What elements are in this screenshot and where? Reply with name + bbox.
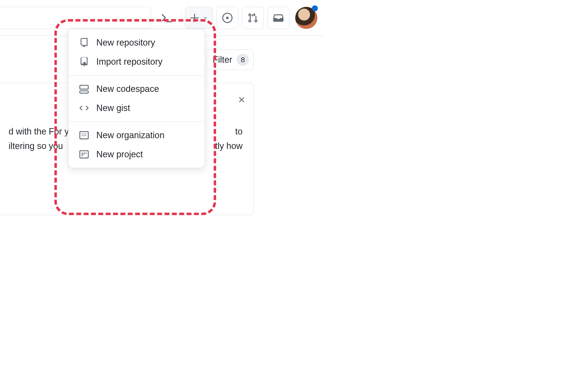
new-organization-item[interactable]: New organization <box>68 126 205 145</box>
filter-label: Filter <box>213 55 232 65</box>
new-codespace-item[interactable]: New codespace <box>68 79 205 98</box>
card-body-fragment: iltering so you <box>8 139 63 153</box>
inbox-icon <box>273 13 284 23</box>
issue-opened-icon <box>222 13 232 23</box>
chevron-down-icon <box>202 15 208 21</box>
close-button[interactable] <box>237 95 246 104</box>
menu-item-label: New project <box>96 149 143 159</box>
issues-button[interactable] <box>216 7 238 29</box>
codespaces-icon <box>79 84 89 94</box>
code-icon <box>79 103 89 113</box>
menu-item-label: New codespace <box>96 84 159 94</box>
plus-icon <box>190 13 200 23</box>
user-menu-button[interactable] <box>295 7 317 29</box>
menu-item-label: Import repository <box>96 57 162 67</box>
search-input[interactable] <box>0 7 151 29</box>
inbox-button[interactable] <box>267 7 290 29</box>
create-new-button[interactable] <box>185 7 213 29</box>
terminal-icon <box>161 12 173 24</box>
project-icon <box>79 150 89 159</box>
new-project-item[interactable]: New project <box>68 145 205 164</box>
menu-item-label: New repository <box>96 38 155 48</box>
pull-requests-button[interactable] <box>242 7 264 29</box>
create-new-dropdown: New repository Import repository New cod… <box>68 29 205 168</box>
divider <box>181 12 182 24</box>
x-icon <box>237 95 246 104</box>
repo-icon <box>79 38 89 47</box>
card-body-fragment: to <box>235 124 243 139</box>
new-repository-item[interactable]: New repository <box>68 33 205 52</box>
notification-dot-icon <box>312 5 318 11</box>
organization-icon <box>79 131 89 140</box>
card-body-fragment: tly how <box>215 139 243 153</box>
filter-count-badge: 8 <box>237 54 249 66</box>
new-gist-item[interactable]: New gist <box>68 98 205 118</box>
filter-button[interactable]: Filter 8 <box>207 50 254 70</box>
command-palette-button[interactable] <box>156 7 178 29</box>
import-repository-item[interactable]: Import repository <box>68 52 205 71</box>
card-body-fragment: d with the For y <box>8 124 69 139</box>
menu-item-label: New organization <box>96 130 164 140</box>
repo-push-icon <box>79 57 89 66</box>
svg-point-0 <box>226 16 229 19</box>
menu-item-label: New gist <box>96 103 130 113</box>
git-pull-request-icon <box>248 13 258 23</box>
